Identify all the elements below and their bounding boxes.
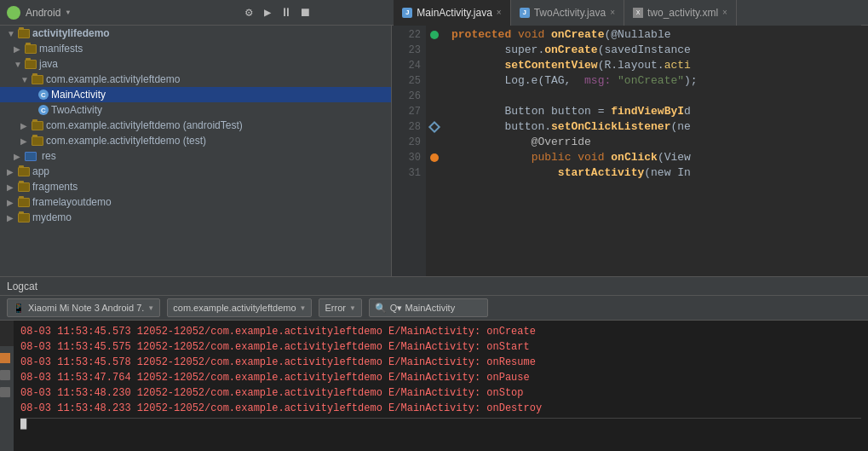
xml-icon: X (633, 8, 643, 18)
sidebar-java-label: java (39, 58, 58, 70)
folder-icon-root (18, 29, 30, 38)
log-line-3: 08-03 11:53:45.578 12052-12052/com.examp… (20, 355, 861, 370)
log-icon-2[interactable] (0, 370, 10, 380)
code-line-22: protected void onCreate(@Nullable (451, 27, 868, 43)
code-lines[interactable]: protected void onCreate(@Nullable super.… (443, 26, 868, 276)
sidebar-androidtest-label: com.example.activityleftdemo (androidTes… (46, 119, 243, 131)
sidebar-mydemo-label: mydemo (32, 211, 72, 223)
search-label: Q▾ MainActivity (390, 303, 455, 314)
folder-icon-package (32, 75, 43, 84)
breakpoint-30[interactable] (430, 153, 439, 162)
log-icon-1[interactable] (0, 353, 10, 363)
arrow-package (20, 75, 29, 84)
sidebar-test-label: com.example.activityleftdemo (test) (46, 135, 206, 147)
sidebar-item-fragments[interactable]: fragments (0, 179, 391, 194)
log-line-6: 08-03 11:53:48.233 12052-12052/com.examp… (20, 401, 861, 416)
tab-xml-label: two_activity.xml (647, 7, 718, 19)
folder-icon-fragments (18, 182, 30, 192)
sidebar-item-androidtest[interactable]: com.example.activityleftdemo (androidTes… (0, 118, 391, 133)
device-label: Xiaomi Mi Note 3 Android 7. (28, 303, 144, 313)
log-output-container: 08-03 11:53:45.573 12052-12052/com.examp… (0, 321, 868, 451)
package-label: com.example.activityleftdemo (173, 303, 296, 313)
sidebar-item-mydemo[interactable]: mydemo (0, 210, 391, 225)
sidebar-item-mainactivity[interactable]: C MainActivity (0, 87, 391, 102)
toolbar-icon-2[interactable]: ▶ (261, 6, 274, 20)
sidebar-item-twoactivity[interactable]: C TwoActivity (0, 102, 391, 118)
search-icon: 🔍 (375, 303, 387, 314)
editor-content: 22 23 24 25 26 27 28 29 30 31 (392, 26, 868, 276)
arrow-androidtest (20, 121, 29, 130)
code-editor[interactable]: 22 23 24 25 26 27 28 29 30 31 (392, 26, 868, 276)
title-dropdown-arrow[interactable]: ▼ (66, 9, 70, 16)
search-box[interactable]: 🔍 Q▾ MainActivity (369, 298, 488, 317)
title-bar-left: Android ▼ (7, 6, 160, 20)
title-bar: Android ▼ ⚙ ▶ ⏸ ⏹ J MainActivity.java × … (0, 0, 868, 26)
device-selector[interactable]: 📱 Xiaomi Mi Note 3 Android 7. ▼ (7, 298, 160, 317)
log-area: 08-03 11:53:45.573 12052-12052/com.examp… (14, 321, 868, 451)
tab-two-activity[interactable]: J TwoActivity.java × (511, 0, 624, 26)
sidebar-item-res[interactable]: res (0, 148, 391, 164)
code-line-27: Button button = findViewById (451, 104, 868, 119)
log-line-4: 08-03 11:53:47.764 12052-12052/com.examp… (20, 370, 861, 385)
device-icon: 📱 (13, 303, 25, 314)
arrow-res (14, 152, 22, 161)
arrow-framelayout (7, 198, 15, 207)
code-line-23: super.onCreate(savedInstance (451, 43, 868, 58)
tab-main-activity[interactable]: J MainActivity.java × (394, 0, 510, 26)
code-line-24: setContentView(R.layout.acti (451, 58, 868, 73)
log-cursor-line[interactable]: █ (20, 418, 861, 433)
tab-xml-close[interactable]: × (722, 8, 727, 17)
class-icon-mainactivity: C (38, 90, 49, 100)
log-icon-3[interactable] (0, 387, 10, 397)
sidebar-item-root[interactable]: activitylifedemo (0, 26, 391, 41)
java-icon-2: J (520, 8, 530, 18)
code-line-30: public void onClick(View (451, 150, 868, 165)
folder-icon-manifests (25, 44, 37, 54)
sidebar-res-label: res (42, 150, 56, 162)
filter-dropdown-arrow: ▼ (349, 304, 356, 312)
toolbar-icon-4[interactable]: ⏹ (298, 6, 312, 20)
java-icon: J (402, 8, 412, 18)
code-line-25: Log.e(TAG, msg: "onCreate"); (451, 73, 868, 89)
arrow-app (7, 167, 15, 176)
main-container: activitylifedemo manifests java com.exam… (0, 26, 868, 276)
sidebar-item-package[interactable]: com.example.activityleftdemo (0, 72, 391, 87)
sidebar-item-app[interactable]: app (0, 164, 391, 179)
bottom-section: Logcat 📱 Xiaomi Mi Note 3 Android 7. ▼ c… (0, 276, 868, 451)
folder-icon-androidtest (32, 121, 43, 130)
folder-icon-res (25, 152, 37, 161)
sidebar-framelayout-label: framelayoutdemo (32, 196, 112, 208)
arrow-mydemo (7, 213, 15, 223)
gutter (426, 26, 443, 276)
class-icon-twoactivity: C (38, 105, 49, 115)
sidebar-item-framelayout[interactable]: framelayoutdemo (0, 194, 391, 210)
folder-icon-mydemo (18, 213, 30, 223)
tab-xml[interactable]: X two_activity.xml × (624, 0, 737, 26)
sidebar-manifests-label: manifests (39, 43, 83, 55)
sidebar-item-java[interactable]: java (0, 56, 391, 72)
logcat-label-bar: Logcat (0, 276, 868, 295)
code-line-31: startActivity(new In (451, 165, 868, 181)
arrow-fragments (7, 182, 15, 192)
gutter-icon-28 (428, 121, 440, 133)
arrow-manifests (14, 44, 22, 54)
sidebar-item-test[interactable]: com.example.activityleftdemo (test) (0, 133, 391, 148)
tab-main-activity-close[interactable]: × (497, 8, 502, 17)
toolbar-icon-3[interactable]: ⏸ (279, 6, 293, 20)
filter-selector[interactable]: Error ▼ (319, 298, 361, 317)
toolbar-icon-1[interactable]: ⚙ (242, 6, 256, 20)
breakpoint-22[interactable] (430, 31, 439, 39)
tab-two-activity-close[interactable]: × (610, 8, 615, 17)
project-sidebar: activitylifedemo manifests java com.exam… (0, 26, 392, 276)
log-line-2: 08-03 11:53:45.575 12052-12052/com.examp… (20, 339, 861, 355)
package-dropdown-arrow: ▼ (300, 304, 307, 312)
sidebar-item-manifests[interactable]: manifests (0, 41, 391, 56)
package-selector[interactable]: com.example.activityleftdemo ▼ (167, 298, 312, 317)
arrow-java (14, 60, 22, 69)
code-line-29: @Override (451, 135, 868, 150)
logcat-toolbar: 📱 Xiaomi Mi Note 3 Android 7. ▼ com.exam… (0, 295, 868, 321)
tab-main-activity-label: MainActivity.java (417, 7, 491, 19)
sidebar-root-label: activitylifedemo (32, 27, 110, 39)
arrow-root (7, 29, 15, 38)
code-line-28: button.setOnClickListener(ne (451, 119, 868, 135)
